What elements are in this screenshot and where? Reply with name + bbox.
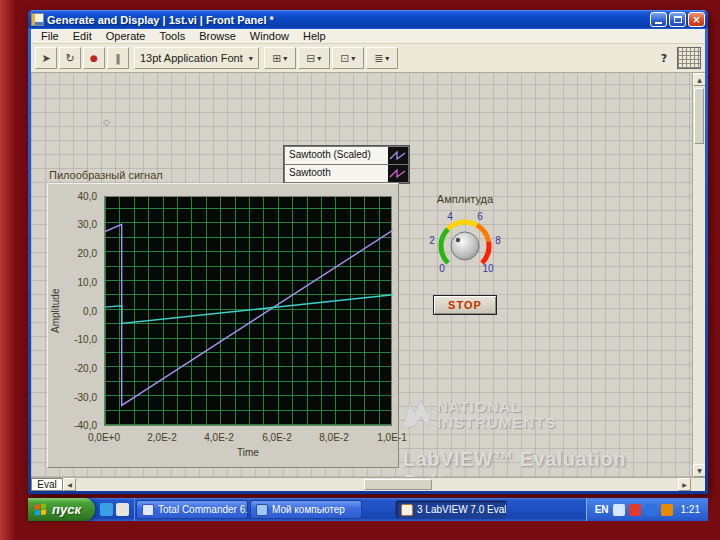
x-tick: 6,0E-2 — [253, 432, 301, 443]
menu-edit[interactable]: Edit — [66, 30, 99, 42]
knob-scale-8: 8 — [491, 235, 505, 246]
amplitude-knob[interactable] — [425, 206, 505, 286]
plot-series — [105, 295, 393, 324]
knob-scale-2: 2 — [425, 235, 439, 246]
scroll-up-button[interactable]: ▲ — [693, 73, 705, 86]
legend-label-1: Sawtooth — [285, 165, 388, 182]
chevron-down-icon: ▾ — [249, 54, 253, 63]
menu-operate[interactable]: Operate — [99, 30, 153, 42]
x-tick: 0,0E+0 — [80, 432, 128, 443]
scrollbar-corner — [691, 478, 705, 491]
resize-objects-icon: ⊡ — [340, 52, 349, 65]
ni-eagle-logo-icon — [399, 398, 435, 430]
tray-icon-3[interactable] — [645, 504, 657, 516]
abort-button[interactable]: ● — [83, 47, 105, 69]
quick-launch-icon-2[interactable] — [116, 503, 129, 516]
tray-icon-1[interactable] — [613, 504, 625, 516]
legend-swatch-0[interactable] — [388, 147, 408, 164]
language-indicator[interactable]: EN — [595, 504, 609, 515]
scroll-right-button[interactable]: ▶ — [678, 478, 691, 491]
tray-icon-4[interactable] — [661, 504, 673, 516]
my-computer-icon — [256, 504, 268, 516]
tray-icon-2[interactable] — [629, 504, 641, 516]
maximize-icon — [674, 16, 682, 23]
panel-origin-marker: ◇ — [103, 117, 110, 127]
distribute-objects-button[interactable]: ⊟ ▾ — [298, 47, 330, 69]
y-tick: 0,0 — [48, 306, 100, 317]
minimize-icon — [655, 22, 662, 24]
distribute-objects-icon: ⊟ — [306, 52, 315, 65]
menu-window[interactable]: Window — [243, 30, 296, 42]
menu-file[interactable]: File — [34, 30, 66, 42]
stop-button[interactable]: STOP — [433, 295, 497, 315]
task-button-labview[interactable]: 3 LabVIEW 7.0 Eval... — [395, 500, 507, 519]
reorder-icon: ≣ — [374, 52, 383, 65]
evaluation-watermark: LabVIEW™ Evaluation Software — [403, 448, 705, 477]
reorder-button[interactable]: ≣ ▾ — [366, 47, 398, 69]
menu-tools[interactable]: Tools — [152, 30, 192, 42]
maximize-button[interactable] — [669, 12, 686, 27]
knob-face[interactable] — [451, 232, 479, 260]
vertical-scroll-thumb[interactable] — [694, 88, 704, 144]
run-button[interactable]: ➤ — [35, 47, 57, 69]
title-bar[interactable]: Generate and Display | 1st.vi | Front Pa… — [28, 10, 708, 29]
y-tick: -20,0 — [48, 363, 100, 374]
menu-help[interactable]: Help — [296, 30, 333, 42]
pause-button[interactable]: ‖ — [107, 47, 129, 69]
clock: 1:21 — [681, 504, 700, 515]
vi-icon-pane[interactable] — [677, 47, 701, 69]
task-button-total-commander[interactable]: Total Commander 6.0... — [136, 500, 248, 519]
waveform-chart[interactable]: Amplitude 40,0 30,0 20,0 10,0 0,0 -10,0 … — [47, 183, 399, 468]
align-objects-icon: ⊞ — [272, 52, 281, 65]
knob-scale-4: 4 — [443, 211, 457, 222]
ni-brand-line1: NATIONAL — [437, 399, 556, 415]
plot-area[interactable] — [104, 196, 392, 426]
knob-scale-6: 6 — [473, 211, 487, 222]
close-button[interactable]: × — [688, 12, 705, 27]
front-panel: ◇ Пилообразный сигнал Sawtooth (Scaled) … — [31, 73, 705, 477]
scroll-down-button[interactable]: ▼ — [693, 464, 705, 477]
toolbar: ➤ ↻ ● ‖ 13pt Application Font ▾ ⊞ ▾ ⊟ ▾ … — [31, 44, 705, 73]
start-button-label: пуск — [52, 502, 81, 517]
knob-arc-mid — [448, 222, 477, 229]
legend-swatch-1[interactable] — [388, 165, 408, 182]
task-label: Total Commander 6.0... — [158, 504, 248, 515]
font-selector[interactable]: 13pt Application Font ▾ — [134, 47, 259, 69]
horizontal-scroll-thumb[interactable] — [364, 479, 432, 490]
task-label: Мой компьютер — [272, 504, 345, 515]
minimize-button[interactable] — [650, 12, 667, 27]
ni-brand-text: NATIONAL INSTRUMENTS — [437, 399, 556, 431]
resize-objects-button[interactable]: ⊡ ▾ — [332, 47, 364, 69]
y-tick: -30,0 — [48, 392, 100, 403]
ni-brand-line2: INSTRUMENTS — [437, 415, 556, 431]
quick-launch-icon-1[interactable] — [100, 503, 113, 516]
waveform-icon — [389, 149, 407, 162]
knob-arc-low — [441, 229, 448, 263]
eval-badge: Eval — [31, 478, 63, 491]
status-bar: Eval ◀ ▶ — [31, 477, 705, 491]
align-objects-button[interactable]: ⊞ ▾ — [264, 47, 296, 69]
knob-indicator-dot — [456, 238, 460, 242]
system-tray: EN 1:21 — [586, 498, 708, 521]
run-continuously-button[interactable]: ↻ — [59, 47, 81, 69]
plot-legend[interactable]: Sawtooth (Scaled) Sawtooth — [283, 145, 410, 184]
chevron-down-icon: ▾ — [283, 54, 287, 63]
quick-launch — [95, 498, 135, 521]
legend-row[interactable]: Sawtooth — [285, 165, 408, 182]
plot-series — [105, 224, 393, 405]
task-button-my-computer[interactable]: Мой компьютер — [250, 500, 362, 519]
y-tick: 10,0 — [48, 277, 100, 288]
context-help-button[interactable]: ? — [655, 49, 673, 67]
horizontal-scrollbar[interactable]: ◀ ▶ — [63, 478, 691, 491]
scroll-left-button[interactable]: ◀ — [63, 478, 76, 491]
legend-row[interactable]: Sawtooth (Scaled) — [285, 147, 408, 164]
chart-title: Пилообразный сигнал — [49, 169, 163, 181]
x-tick: 4,0E-2 — [195, 432, 243, 443]
knob-scale-10: 10 — [481, 263, 495, 274]
chevron-down-icon: ▾ — [385, 54, 389, 63]
start-button[interactable]: пуск — [28, 498, 95, 521]
vertical-scrollbar[interactable]: ▲ ▼ — [692, 73, 705, 477]
knob-arc-high — [477, 225, 489, 242]
menu-browse[interactable]: Browse — [192, 30, 243, 42]
labview-icon — [401, 504, 413, 516]
